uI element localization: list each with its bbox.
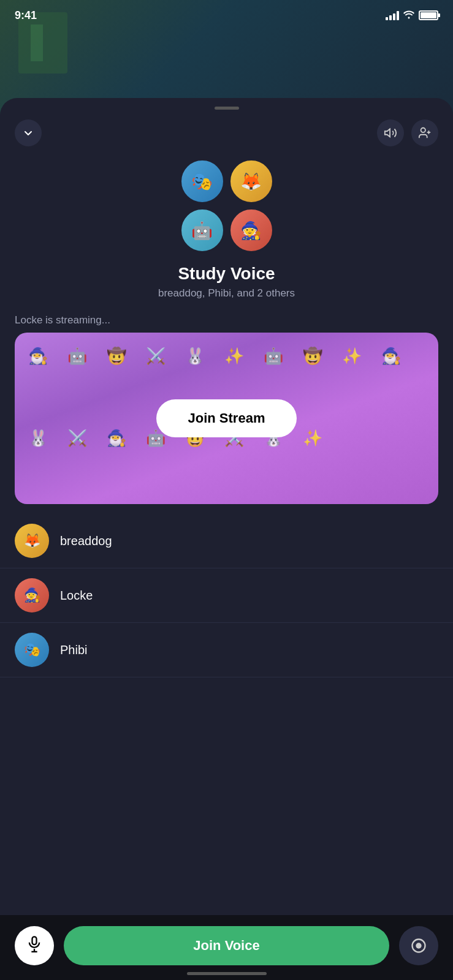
member-avatar-phibi: 🎭	[15, 633, 49, 667]
sticker-12: ⚔️	[59, 420, 96, 456]
svg-marker-0	[385, 129, 390, 137]
sticker-18: ✨	[294, 420, 331, 456]
avatar-4: 🧙	[229, 208, 274, 253]
status-icons	[386, 9, 438, 22]
members-list: 🦊 breaddog 🧙 Locke 🎭 Phibi	[0, 509, 453, 915]
chat-icon	[410, 937, 427, 954]
member-name-locke: Locke	[60, 589, 93, 603]
avatar-3: 🤖	[180, 208, 225, 253]
member-name-phibi: Phibi	[60, 643, 87, 657]
home-indicator[interactable]	[187, 972, 267, 975]
mic-icon	[26, 935, 43, 957]
sticker-13: 🧙‍♂️	[98, 420, 135, 456]
voice-channel-sheet: 🎭 🦊 🤖 🧙 Study Voice breaddog, Phibi, and…	[0, 98, 453, 980]
add-person-button[interactable]	[411, 119, 438, 146]
sticker-5: 🐰	[177, 337, 213, 374]
channel-members: breaddog, Phibi, and 2 others	[15, 287, 438, 300]
sticker-4: ⚔️	[137, 337, 174, 374]
member-item-breaddog: 🦊 breaddog	[0, 514, 453, 568]
channel-info: Study Voice breaddog, Phibi, and 2 other…	[0, 253, 453, 304]
member-avatar-locke: 🧙	[15, 578, 49, 612]
svg-point-1	[421, 128, 425, 132]
sticker-7: 🤖	[255, 337, 292, 374]
chat-button[interactable]	[399, 926, 438, 965]
member-item-locke: 🧙 Locke	[0, 568, 453, 623]
sticker-10: 🧙‍♂️	[373, 337, 409, 374]
status-bar: 9:41	[0, 0, 453, 31]
member-avatar-breaddog: 🦊	[15, 524, 49, 558]
sticker-8: 🤠	[294, 337, 331, 374]
status-time: 9:41	[15, 9, 37, 22]
join-voice-button[interactable]: Join Voice	[64, 926, 389, 965]
sheet-topbar	[0, 110, 453, 146]
avatar-2: 🦊	[229, 159, 274, 204]
sticker-1: 🧙‍♂️	[20, 337, 56, 374]
collapse-button[interactable]	[15, 119, 42, 146]
mic-button[interactable]	[15, 926, 54, 965]
battery-icon	[419, 10, 438, 20]
sticker-11: 🐰	[20, 420, 56, 456]
stream-preview: 🧙‍♂️ 🤖 🤠 ⚔️ 🐰 ✨ 🤖 🤠 ✨ 🧙‍♂️ 🐰 ⚔️ 🧙‍♂️ 🤖 🤠…	[15, 333, 438, 504]
svg-rect-4	[32, 937, 37, 944]
speaker-button[interactable]	[377, 119, 404, 146]
avatar-1: 🎭	[180, 159, 225, 204]
member-name-breaddog: breaddog	[60, 534, 112, 548]
member-item-phibi: 🎭 Phibi	[0, 623, 453, 677]
svg-point-8	[416, 943, 421, 948]
sticker-6: ✨	[216, 337, 253, 374]
wifi-icon	[403, 9, 415, 22]
avatar-grid: 🎭 🦊 🤖 🧙	[180, 159, 274, 253]
bottom-bar: Join Voice	[0, 915, 453, 980]
avatar-cluster: 🎭 🦊 🤖 🧙	[0, 159, 453, 253]
join-stream-button[interactable]: Join Stream	[156, 399, 297, 437]
streaming-label: Locke is streaming...	[15, 314, 438, 326]
signal-icon	[386, 10, 399, 20]
channel-name: Study Voice	[15, 264, 438, 284]
sticker-9: ✨	[333, 337, 370, 374]
sticker-2: 🤖	[59, 337, 96, 374]
streaming-section: Locke is streaming... 🧙‍♂️ 🤖 🤠 ⚔️ 🐰 ✨ 🤖 …	[0, 304, 453, 509]
top-actions	[377, 119, 438, 146]
sticker-3: 🤠	[98, 337, 135, 374]
